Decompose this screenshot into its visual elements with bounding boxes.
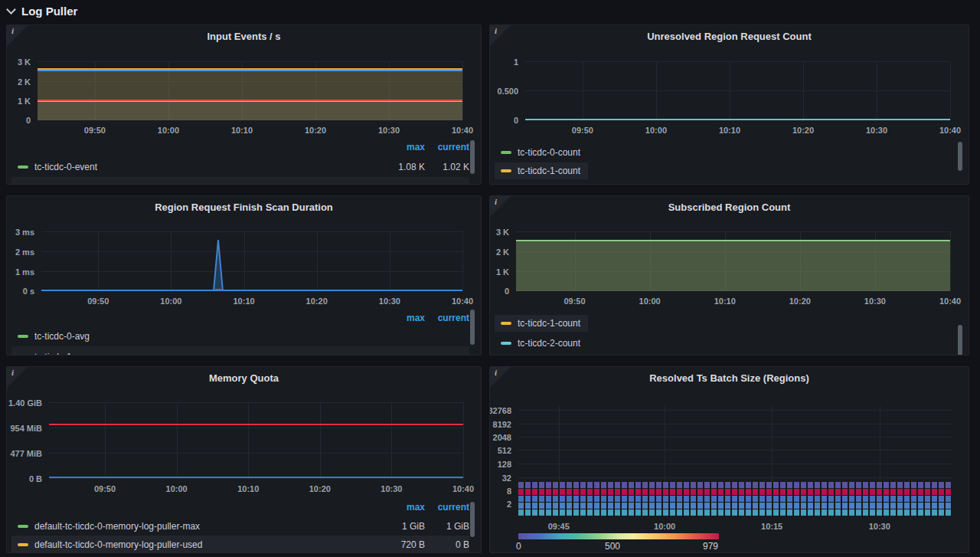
x-tick-label: 09:50 — [87, 297, 109, 306]
panel-title[interactable]: Unresolved Region Request Count — [521, 31, 938, 42]
y-tick-label: 1 K — [496, 267, 509, 277]
legend-row-clipped[interactable]: tc-ticdc-1-event 1.58 K 1.53 K — [11, 177, 469, 185]
plot-area[interactable]: 1.40 GiB 954 MiB 477 MiB 0 B 09:50 10:00… — [49, 402, 463, 479]
plot-area[interactable]: 3 ms 2 ms 1 ms 0 s 09:50 10:00 10:10 10:… — [41, 231, 462, 291]
x-tick-label: 10:15 — [761, 522, 782, 531]
panel-resolved-ts-batch-size: i Resolved Ts Batch Size (Regions) 32768… — [489, 366, 969, 553]
y-tick-label: 8192 — [493, 420, 511, 429]
heatmap-row — [518, 482, 952, 488]
series-color-swatch[interactable] — [18, 165, 28, 169]
series-color-swatch[interactable] — [501, 151, 511, 154]
legend-sort-max[interactable]: max — [385, 502, 425, 513]
legend-value-max: 1 GiB — [385, 521, 425, 532]
gridline-h: 0.500 — [525, 90, 950, 91]
series-line-blue — [49, 477, 463, 478]
legend-series-label[interactable]: default-tc-ticdc-0-memory-log-puller-max — [34, 521, 200, 532]
series-color-swatch[interactable] — [501, 169, 511, 172]
legend-series-label[interactable]: tc-ticdc-0-count — [518, 147, 580, 158]
series-color-swatch[interactable] — [18, 525, 28, 528]
x-tick-label: 10:10 — [237, 484, 259, 493]
x-tick-label: 10:00 — [654, 522, 675, 531]
gridline-v — [317, 231, 318, 291]
gridline-v — [463, 402, 464, 479]
legend-sort-max[interactable]: max — [385, 313, 425, 323]
panel-title[interactable]: Resolved Ts Batch Size (Regions) — [521, 372, 938, 384]
y-tick-label: 0 — [505, 287, 509, 296]
heatmap-row — [518, 503, 952, 509]
panel-title[interactable]: Input Events / s — [38, 31, 450, 42]
x-tick-label: 10:40 — [452, 126, 473, 135]
legend-series-label[interactable]: default-tc-ticdc-0-memory-log-puller-use… — [34, 539, 202, 550]
x-tick-label: 10:40 — [452, 297, 473, 306]
legend-scrollbar[interactable] — [470, 502, 475, 537]
y-tick-label: 1 — [514, 57, 518, 67]
plot-area[interactable]: 3 K 2 K 1 K 0 09:50 10:00 10:10 10:20 10… — [38, 61, 462, 120]
panel-title[interactable]: Subscribed Region Count — [521, 202, 938, 213]
panel-info-icon[interactable]: i — [7, 25, 28, 46]
series-color-swatch[interactable] — [501, 322, 511, 325]
panel-info-icon[interactable]: i — [490, 25, 511, 46]
x-tick-label: 10:40 — [939, 126, 961, 135]
gridline-v — [656, 61, 657, 120]
plot-area[interactable]: 3 K 2 K 1 K 0 09:50 10:00 10:10 10:20 10… — [516, 231, 950, 291]
legend-scrollbar[interactable] — [958, 325, 962, 355]
x-tick-label: 10:00 — [639, 297, 661, 306]
y-tick-label: 0 — [514, 116, 518, 125]
panel-info-icon[interactable]: i — [490, 196, 511, 217]
gridline-h: 2 ms — [41, 251, 462, 252]
legend-series-label[interactable]: tc-ticdc-1-count — [518, 165, 580, 176]
legend-value-current: 1 GiB — [425, 521, 469, 532]
heatmap-row — [518, 489, 952, 495]
gridline-h: 3 K — [516, 231, 950, 232]
y-tick-label: 477 MiB — [10, 449, 42, 458]
y-tick-label: 1 K — [18, 97, 31, 106]
legend-value-max: 1.08 K — [385, 162, 425, 172]
plot-area[interactable]: 1 0.500 0 09:50 10:00 10:10 10:20 10:30 … — [525, 61, 950, 120]
chevron-down-icon[interactable] — [6, 5, 16, 15]
legend-series-label[interactable]: tc-ticdc-2-count — [518, 338, 580, 349]
x-tick-label: 10:20 — [792, 126, 814, 135]
series-color-swatch[interactable] — [18, 335, 28, 338]
gridline-h: 0 B — [49, 478, 463, 479]
legend-row: tc-ticdc-1-count — [501, 315, 957, 332]
legend-series-label[interactable]: tc-ticdc-0-avg — [34, 331, 90, 342]
gridline-v — [391, 402, 392, 479]
x-tick-label: 09:50 — [564, 297, 585, 306]
legend-series-label[interactable]: tc-ticdc-0-event — [34, 162, 97, 172]
heatmap-row — [518, 509, 952, 516]
panel-title[interactable]: Memory Quota — [38, 372, 450, 384]
legend-row-highlight[interactable]: tc-ticdc-1-count — [495, 315, 588, 332]
legend-header: max current — [385, 313, 469, 323]
legend-row[interactable]: default-tc-ticdc-0-memory-log-puller-use… — [11, 536, 469, 553]
legend-scrollbar[interactable] — [958, 142, 962, 171]
legend-sort-max[interactable]: max — [385, 142, 425, 152]
y-tick-label: 954 MiB — [10, 424, 42, 433]
series-color-swatch[interactable] — [18, 543, 28, 546]
scale-mid-label: 500 — [605, 541, 620, 552]
gridline-v — [171, 231, 172, 291]
x-tick-label: 10:00 — [158, 126, 179, 135]
legend-scrollbar[interactable] — [470, 310, 475, 345]
gridline-h: 1 — [525, 61, 950, 62]
legend-sort-current[interactable]: current — [425, 313, 469, 323]
heatmap-plot-area[interactable]: 32768 8192 2048 512 128 32 8 2 09:45 10:… — [518, 405, 952, 516]
y-tick-label: 2048 — [493, 433, 511, 442]
latency-spike — [211, 238, 226, 291]
panel-info-icon[interactable]: i — [490, 367, 511, 388]
y-tick-label: 32768 — [489, 406, 511, 415]
series-line-red — [49, 424, 463, 425]
legend-row: tc-ticdc-0-event 1.08 K 1.02 K — [18, 159, 469, 175]
legend-scrollbar[interactable] — [470, 140, 475, 174]
legend-row: tc-ticdc-1-count — [501, 162, 957, 179]
legend-row-clipped[interactable]: tc-ticdc-1-avg — [11, 346, 469, 355]
x-tick-label: 10:00 — [160, 297, 181, 306]
legend-sort-current[interactable]: current — [425, 502, 469, 513]
panel-info-icon[interactable]: i — [7, 367, 28, 388]
series-color-swatch[interactable] — [501, 342, 511, 345]
section-log-puller[interactable]: Log Puller — [0, 0, 980, 21]
legend-row-highlight[interactable]: tc-ticdc-1-count — [495, 162, 588, 179]
legend-series-label[interactable]: tc-ticdc-1-count — [518, 318, 580, 329]
y-tick-label: 2 K — [18, 77, 31, 87]
legend-sort-current[interactable]: current — [425, 142, 469, 152]
panel-title[interactable]: Region Request Finish Scan Duration — [38, 202, 450, 213]
